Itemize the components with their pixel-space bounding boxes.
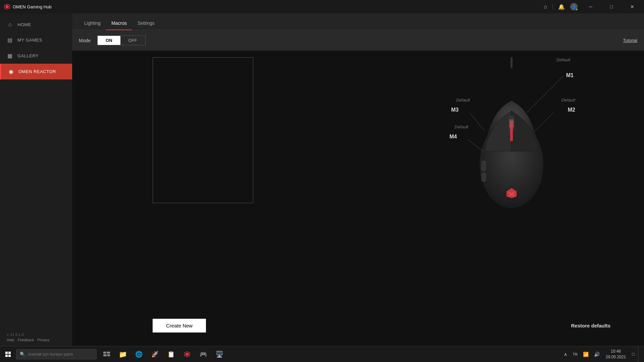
omen-app-button[interactable] xyxy=(180,346,195,362)
system-tray-arrow[interactable]: ∧ xyxy=(562,350,569,358)
svg-rect-22 xyxy=(103,354,107,356)
task-view-icon xyxy=(103,352,110,357)
taskbar-app-4[interactable]: 🖥️ xyxy=(212,346,227,362)
taskbar-app-1[interactable]: 🚀 xyxy=(148,346,162,362)
sidebar-item-home-label: HOME xyxy=(17,22,31,27)
tabs-bar: Lighting Macros Settings xyxy=(72,13,644,30)
search-input[interactable] xyxy=(28,352,93,357)
task-view-button[interactable] xyxy=(99,346,114,362)
default-right-label: Default xyxy=(561,98,575,103)
close-button[interactable]: ✕ xyxy=(625,0,640,13)
home-sidebar-icon: ⌂ xyxy=(7,21,13,27)
notifications-icon[interactable]: □ xyxy=(630,350,637,358)
bell-icon[interactable]: 🔔 xyxy=(558,4,565,10)
mode-on-button[interactable]: ON xyxy=(98,36,120,45)
maximize-button[interactable]: □ xyxy=(604,0,619,13)
m1-label: M1 xyxy=(566,72,574,78)
tutorial-link[interactable]: Tutorial xyxy=(623,38,637,43)
svg-rect-23 xyxy=(107,354,110,356)
app-title: OMEN Gaming Hub xyxy=(13,4,52,9)
omen-reactor-icon: ◉ xyxy=(8,68,14,75)
default-left-label: Default xyxy=(456,98,470,103)
edge-browser-button[interactable]: 🌐 xyxy=(131,346,146,362)
date-display: 29.05.2021 xyxy=(606,354,626,360)
create-new-button[interactable]: Create New xyxy=(153,319,206,333)
privacy-link[interactable]: Privacy xyxy=(37,338,49,342)
taskbar-app-2[interactable]: 📋 xyxy=(164,346,178,362)
volume-icon[interactable]: 🔊 xyxy=(592,350,602,358)
mouse-diagram: Default M1 Default M3 Default M2 xyxy=(449,57,577,225)
start-button[interactable] xyxy=(0,346,16,362)
tab-lighting[interactable]: Lighting xyxy=(79,16,106,30)
sidebar: ⌂ HOME ▤ MY GAMES ▦ GALLERY ◉ OMEN REACT… xyxy=(0,13,72,346)
action-buttons: Create New xyxy=(153,319,206,333)
svg-rect-7 xyxy=(482,173,486,181)
svg-rect-18 xyxy=(5,355,8,357)
m2-label: M2 xyxy=(568,107,575,113)
svg-marker-1 xyxy=(5,5,9,8)
mouse-svg xyxy=(449,57,577,218)
app-logo-icon xyxy=(4,4,10,10)
sidebar-item-my-games[interactable]: ▤ MY GAMES xyxy=(0,32,72,48)
main-wrap: ⌂ HOME ▤ MY GAMES ▦ GALLERY ◉ OMEN REACT… xyxy=(0,13,644,346)
taskbar-search-box[interactable]: 🔍 xyxy=(16,349,97,359)
search-icon: 🔍 xyxy=(20,352,25,357)
mouse-section: Default M1 Default M3 Default M2 xyxy=(72,51,644,346)
tab-macros[interactable]: Macros xyxy=(106,16,132,30)
taskbar-app-3[interactable]: 🎮 xyxy=(196,346,211,362)
svg-marker-25 xyxy=(185,353,189,356)
omen-taskbar-icon xyxy=(184,351,191,358)
titlebar-controls: ⌂ 🔔 👤 ─ □ ✕ xyxy=(544,0,640,13)
m4-label: M4 xyxy=(449,134,457,140)
sidebar-links: Help Feedback Privacy xyxy=(7,338,65,342)
minimize-button[interactable]: ─ xyxy=(583,0,598,13)
sidebar-bottom: v. 11.5.1.0 Help Feedback Privacy xyxy=(0,328,72,346)
taskbar-clock[interactable]: 10:46 29.05.2021 xyxy=(603,347,629,361)
content-area: Lighting Macros Settings Mode ON OFF Tut… xyxy=(72,13,644,346)
help-link[interactable]: Help xyxy=(7,338,14,342)
sidebar-item-omen-reactor[interactable]: ◉ OMEN REACTOR xyxy=(0,64,72,79)
my-games-icon: ▤ xyxy=(7,37,13,43)
titlebar-icon-group: ⌂ 🔔 👤 xyxy=(544,3,578,10)
default-top-label: Default xyxy=(556,57,570,62)
sidebar-item-omen-reactor-label: OMEN REACTOR xyxy=(18,69,56,74)
titlebar-divider xyxy=(552,3,553,10)
avatar-status xyxy=(575,8,578,11)
svg-rect-6 xyxy=(482,161,486,171)
mode-off-button[interactable]: OFF xyxy=(120,36,145,45)
mode-label: Mode xyxy=(79,38,91,43)
gallery-icon: ▦ xyxy=(7,53,13,59)
wifi-icon[interactable]: 📶 xyxy=(581,350,591,358)
sidebar-item-gallery-label: GALLERY xyxy=(17,53,39,58)
taskbar-apps: 📁 🌐 🚀 📋 🎮 🖥️ xyxy=(99,346,227,362)
mode-toggle: ON OFF xyxy=(97,36,146,45)
sidebar-item-my-games-label: MY GAMES xyxy=(17,38,42,43)
windows-icon xyxy=(5,352,11,357)
svg-rect-16 xyxy=(5,352,8,354)
default-m4-label: Default xyxy=(454,124,468,129)
sidebar-item-home[interactable]: ⌂ HOME xyxy=(0,17,72,32)
language-icon: TR xyxy=(571,351,580,358)
show-desktop-button[interactable] xyxy=(638,346,641,362)
title-bar: OMEN Gaming Hub ⌂ 🔔 👤 ─ □ ✕ xyxy=(0,0,644,13)
taskbar-system: ∧ TR 📶 🔊 10:46 29.05.2021 □ xyxy=(562,346,644,362)
feedback-link[interactable]: Feedback xyxy=(18,338,34,342)
tab-settings[interactable]: Settings xyxy=(132,16,160,30)
version-text: v. 11.5.1.0 xyxy=(7,333,24,337)
m3-label: M3 xyxy=(451,107,459,113)
svg-rect-17 xyxy=(8,352,11,354)
svg-rect-19 xyxy=(8,355,11,357)
svg-rect-20 xyxy=(103,352,106,354)
sidebar-item-gallery[interactable]: ▦ GALLERY xyxy=(0,48,72,64)
restore-defaults-button[interactable]: Restore defaults xyxy=(571,323,610,328)
home-icon[interactable]: ⌂ xyxy=(544,4,547,10)
macro-list-box xyxy=(153,57,253,203)
file-explorer-button[interactable]: 📁 xyxy=(115,346,130,362)
svg-rect-5 xyxy=(510,121,513,141)
svg-rect-21 xyxy=(107,352,110,354)
titlebar-left: OMEN Gaming Hub xyxy=(4,4,52,10)
mode-row: Mode ON OFF Tutorial xyxy=(72,30,644,51)
avatar[interactable]: 👤 xyxy=(570,3,578,10)
taskbar: 🔍 📁 🌐 🚀 📋 🎮 🖥️ ∧ TR xyxy=(0,346,644,362)
time-display: 10:46 xyxy=(606,349,626,354)
